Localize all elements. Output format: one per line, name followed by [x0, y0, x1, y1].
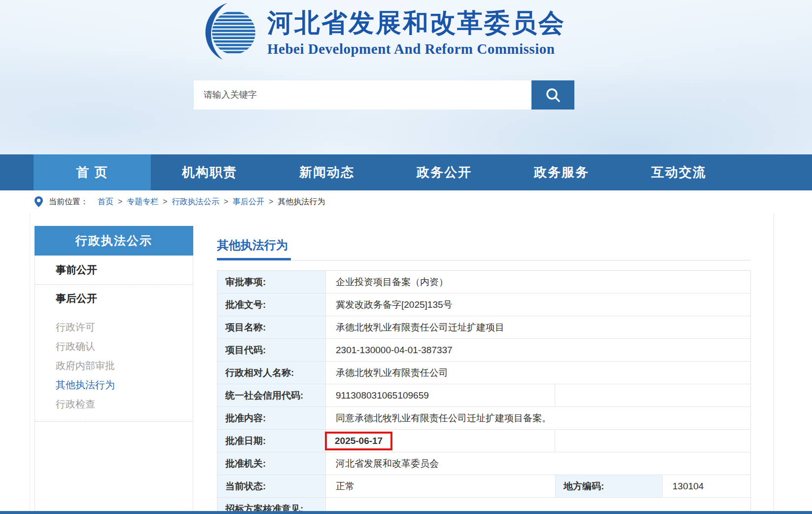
table-row-project-code: 项目代码: 2301-130000-04-01-387337 — [217, 339, 750, 362]
sidebar-item-post-disclosure[interactable]: 事后公开 — [35, 284, 193, 312]
row-label: 行政相对人名称: — [217, 362, 326, 384]
sidebar-title: 行政执法公示 — [35, 226, 193, 256]
breadcrumb-link-home[interactable]: 首页 — [98, 197, 113, 207]
sidebar-item-other-enforcement-actions[interactable]: 其他执法行为 — [35, 375, 193, 395]
table-row-approval-doc-number: 批准文号: 冀发改政务备字[2025]135号 — [217, 294, 750, 316]
sidebar-divider — [35, 421, 193, 422]
sidebar-item-administrative-inspection[interactable]: 行政检查 — [35, 395, 193, 414]
row-label: 项目代码: — [217, 339, 326, 361]
row-value: 正常 — [326, 475, 555, 497]
site-banner: 河北省发展和改革委员会 Hebei Development And Reform… — [0, 0, 812, 154]
row-label: 批准机关: — [217, 452, 326, 475]
row-value: 2301-130000-04-01-387337 — [326, 339, 750, 361]
row-label: 批准文号: — [217, 294, 326, 316]
sidebar-item-administrative-confirmation[interactable]: 行政确认 — [35, 337, 193, 356]
approval-info-table: 审批事项: 企业投资项目备案（内资） 批准文号: 冀发改政务备字[2025]13… — [217, 270, 751, 514]
row-value-local-code: 130104 — [663, 475, 750, 497]
sidebar: 行政执法公示 事前公开 事后公开 行政许可 行政确认 政府内部审批 其他执法行为… — [35, 226, 193, 511]
main-navigation: 首 页 机构职责 新闻动态 政务公开 政务服务 互动交流 — [0, 154, 812, 190]
table-row-unified-social-credit-code: 统一社会信用代码: 911308031065109659 — [217, 384, 750, 407]
breadcrumb-separator: > — [118, 197, 122, 206]
table-row-project-name: 项目名称: 承德北牧乳业有限责任公司迁址扩建项目 — [217, 316, 750, 339]
breadcrumb-link-post-disclosure[interactable]: 事后公开 — [233, 197, 264, 207]
main-content: 其他执法行为 审批事项: 企业投资项目备案（内资） 批准文号: 冀发改政务备字[… — [217, 239, 751, 514]
site-logo-globe-icon — [199, 2, 263, 62]
row-value: 911308031065109659 — [326, 384, 555, 406]
approval-date-highlight-box: 2025-06-17 — [325, 432, 392, 450]
breadcrumb-link-special-columns[interactable]: 专题专栏 — [127, 197, 158, 207]
row-label: 当前状态: — [217, 475, 326, 497]
search-bar — [194, 80, 574, 110]
table-row-approval-content: 批准内容: 同意承德北牧乳业有限责任公司迁址扩建项目备案。 — [217, 407, 750, 430]
nav-item-gov-openness[interactable]: 政务公开 — [386, 154, 503, 190]
sidebar-sublist: 行政许可 行政确认 政府内部审批 其他执法行为 行政检查 — [35, 312, 193, 414]
row-label: 批准内容: — [217, 407, 326, 429]
title-separator — [217, 258, 751, 260]
row-label: 批准日期: — [217, 430, 326, 452]
row-label: 审批事项: — [217, 271, 326, 293]
site-title: 河北省发展和改革委员会 — [267, 8, 565, 37]
nav-item-gov-services[interactable]: 政务服务 — [503, 154, 620, 190]
sidebar-item-internal-government-approval[interactable]: 政府内部审批 — [35, 356, 193, 375]
row-label-local-code: 地方编码: — [555, 475, 663, 497]
row-value: 同意承德北牧乳业有限责任公司迁址扩建项目备案。 — [326, 407, 750, 429]
sidebar-item-pre-disclosure[interactable]: 事前公开 — [35, 256, 193, 284]
nav-item-news[interactable]: 新闻动态 — [268, 154, 386, 190]
row-value: 河北省发展和改革委员会 — [326, 452, 750, 475]
location-pin-icon — [35, 196, 43, 207]
footer-top-border — [0, 511, 812, 514]
nav-item-interaction[interactable]: 互动交流 — [620, 154, 738, 190]
page-title: 其他执法行为 — [217, 239, 751, 252]
search-icon — [545, 87, 562, 104]
search-button[interactable] — [531, 80, 574, 110]
row-label: 统一社会信用代码: — [217, 384, 326, 406]
table-row-counterpart-name: 行政相对人名称: 承德北牧乳业有限责任公司 — [217, 362, 750, 384]
empty-cell — [555, 384, 750, 406]
search-input[interactable] — [194, 80, 531, 110]
row-label: 项目名称: — [217, 316, 326, 338]
row-value: 承德北牧乳业有限责任公司 — [326, 362, 750, 384]
breadcrumb-separator: > — [224, 197, 228, 206]
table-row-approval-item: 审批事项: 企业投资项目备案（内资） — [217, 271, 750, 294]
table-row-approval-date: 批准日期: 2025-06-17 — [217, 430, 750, 452]
site-title-english: Hebei Development And Reform Commission — [267, 41, 565, 57]
row-value: 冀发改政务备字[2025]135号 — [326, 294, 750, 316]
table-row-current-status: 当前状态: 正常 地方编码: 130104 — [217, 475, 750, 498]
breadcrumb-separator: > — [163, 197, 167, 206]
row-value: 企业投资项目备案（内资） — [326, 271, 750, 293]
sidebar-item-administrative-license[interactable]: 行政许可 — [35, 318, 193, 337]
breadcrumb-separator: > — [269, 197, 273, 206]
nav-item-duties[interactable]: 机构职责 — [151, 154, 268, 190]
breadcrumb: 当前位置： 首页 > 专题专栏 > 行政执法公示 > 事后公开 > 其他执法行为 — [0, 190, 812, 213]
breadcrumb-label: 当前位置： — [49, 197, 88, 207]
sidebar-menu: 事前公开 事后公开 行政许可 行政确认 政府内部审批 其他执法行为 行政检查 — [35, 256, 193, 511]
table-row-approval-authority: 批准机关: 河北省发展和改革委员会 — [217, 452, 750, 475]
row-value: 2025-06-17 — [326, 430, 555, 452]
breadcrumb-link-law-enforcement-publicity[interactable]: 行政执法公示 — [172, 197, 219, 207]
nav-item-home[interactable]: 首 页 — [34, 154, 151, 190]
row-value: 承德北牧乳业有限责任公司迁址扩建项目 — [326, 316, 750, 338]
breadcrumb-current-page: 其他执法行为 — [278, 197, 325, 207]
empty-cell — [555, 430, 750, 452]
